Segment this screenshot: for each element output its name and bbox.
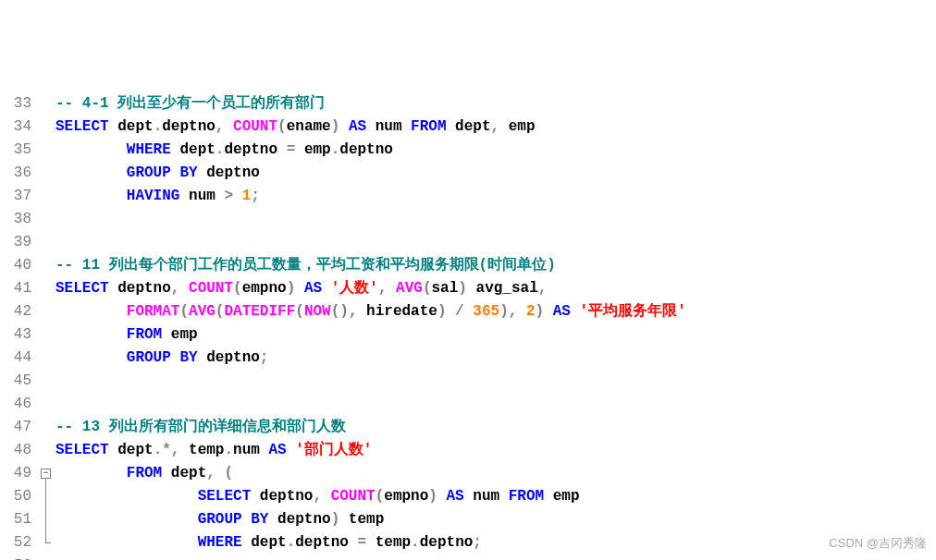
line-number: 43 bbox=[0, 323, 31, 347]
token: ( bbox=[179, 303, 189, 320]
token: SELECT bbox=[55, 442, 109, 458]
token: temp bbox=[189, 442, 224, 458]
code-line[interactable] bbox=[55, 554, 936, 560]
token: . bbox=[411, 534, 420, 551]
code-line[interactable]: FROM dept, ( bbox=[55, 462, 936, 485]
line-number: 33 bbox=[0, 92, 31, 116]
token: deptno bbox=[339, 141, 393, 158]
token bbox=[55, 511, 198, 528]
code-line[interactable]: -- 13 列出所有部门的详细信息和部门人数 bbox=[55, 416, 936, 439]
code-line[interactable] bbox=[55, 393, 936, 416]
token: NOW bbox=[304, 303, 331, 320]
token bbox=[55, 164, 127, 181]
token: ) bbox=[287, 280, 304, 297]
token bbox=[55, 534, 198, 551]
token: AS bbox=[553, 303, 571, 320]
code-line[interactable]: FROM emp bbox=[55, 323, 936, 347]
token: ) bbox=[331, 118, 349, 135]
line-number: 38 bbox=[0, 208, 31, 231]
code-line[interactable]: HAVING num > 1; bbox=[55, 185, 936, 208]
watermark: CSDN @吉冈秀隆 bbox=[829, 531, 927, 554]
token: WHERE bbox=[127, 141, 171, 158]
token: AS bbox=[304, 280, 322, 297]
code-area[interactable]: -- 4-1 列出至少有一个员工的所有部门SELECT dept.deptno,… bbox=[55, 92, 936, 560]
code-line[interactable]: WHERE dept.deptno = temp.deptno; bbox=[55, 531, 936, 554]
token: / bbox=[455, 303, 464, 320]
token: COUNT bbox=[331, 488, 376, 505]
fold-toggle-icon[interactable]: − bbox=[41, 469, 51, 479]
token: empno bbox=[384, 488, 428, 505]
line-number: 48 bbox=[0, 439, 31, 462]
token: '部门人数' bbox=[295, 442, 372, 458]
token: '平均服务年限' bbox=[580, 303, 686, 320]
token: deptno bbox=[198, 349, 260, 366]
code-line[interactable]: SELECT deptno, COUNT(empno) AS num FROM … bbox=[55, 485, 936, 508]
token bbox=[233, 188, 242, 204]
line-number-gutter: 3334353637383940414243444546474849505152… bbox=[0, 92, 39, 560]
line-number: 35 bbox=[0, 139, 31, 162]
token: deptno bbox=[420, 534, 474, 551]
token: DATEDIFF bbox=[224, 303, 295, 320]
code-line[interactable]: SELECT dept.deptno, COUNT(ename) AS num … bbox=[55, 116, 936, 139]
token: COUNT bbox=[189, 280, 233, 297]
token: ) bbox=[437, 303, 455, 320]
token: ename bbox=[287, 118, 331, 135]
code-line[interactable] bbox=[55, 208, 936, 231]
token: AVG bbox=[189, 303, 216, 320]
token: ), bbox=[499, 303, 526, 320]
line-number: 39 bbox=[0, 231, 31, 254]
token: , bbox=[491, 118, 509, 135]
token: , bbox=[171, 280, 189, 297]
token bbox=[571, 303, 580, 320]
token: deptno bbox=[109, 280, 171, 297]
token: emp bbox=[295, 141, 330, 158]
code-line[interactable]: SELECT dept.*, temp.num AS '部门人数' bbox=[55, 439, 936, 462]
token: temp bbox=[349, 511, 384, 528]
code-line[interactable]: GROUP BY deptno; bbox=[55, 347, 936, 370]
token: . bbox=[154, 118, 163, 135]
code-line[interactable]: GROUP BY deptno bbox=[55, 162, 936, 185]
token bbox=[55, 465, 127, 481]
token: AVG bbox=[396, 280, 423, 297]
line-number: 34 bbox=[0, 116, 31, 139]
token: dept bbox=[162, 465, 206, 481]
token: num bbox=[464, 488, 509, 505]
line-number: 45 bbox=[0, 370, 31, 393]
code-line[interactable] bbox=[55, 231, 936, 254]
token: sal bbox=[432, 280, 459, 297]
token: 365 bbox=[473, 303, 499, 320]
code-line[interactable]: -- 4-1 列出至少有一个员工的所有部门 bbox=[55, 92, 936, 116]
token bbox=[55, 488, 198, 505]
token: emp bbox=[544, 488, 579, 505]
token: , ( bbox=[206, 465, 233, 481]
token: . bbox=[331, 141, 340, 158]
token: dept bbox=[242, 534, 287, 551]
token: ( bbox=[295, 303, 304, 320]
token bbox=[55, 141, 127, 158]
token: deptno bbox=[268, 511, 330, 528]
token bbox=[287, 442, 296, 458]
token bbox=[55, 303, 127, 320]
line-number: 42 bbox=[0, 300, 31, 323]
token: FROM bbox=[411, 118, 446, 135]
token: 1 bbox=[242, 188, 252, 204]
token: FORMAT bbox=[127, 303, 180, 320]
code-line[interactable]: SELECT deptno, COUNT(empno) AS '人数', AVG… bbox=[55, 277, 936, 300]
code-line[interactable]: FORMAT(AVG(DATEDIFF(NOW(), hiredate) / 3… bbox=[55, 300, 936, 323]
token: dept bbox=[109, 442, 154, 458]
token bbox=[55, 188, 127, 204]
token: AS bbox=[349, 118, 366, 135]
code-line[interactable] bbox=[55, 370, 936, 393]
line-number: 41 bbox=[0, 277, 31, 300]
token: ; bbox=[260, 349, 269, 366]
code-editor[interactable]: 3334353637383940414243444546474849505152… bbox=[0, 92, 936, 560]
token: = bbox=[357, 534, 366, 551]
token: -- 4-1 列出至少有一个员工的所有部门 bbox=[55, 95, 325, 112]
code-line[interactable]: WHERE dept.deptno = emp.deptno bbox=[55, 139, 936, 162]
fold-column: − bbox=[39, 92, 55, 560]
code-line[interactable]: -- 11 列出每个部门工作的员工数量，平均工资和平均服务期限(时间单位) bbox=[55, 254, 936, 277]
code-line[interactable]: GROUP BY deptno) temp bbox=[55, 508, 936, 531]
token: ( bbox=[376, 488, 385, 505]
token: hiredate bbox=[366, 303, 437, 320]
token: ( bbox=[277, 118, 287, 135]
